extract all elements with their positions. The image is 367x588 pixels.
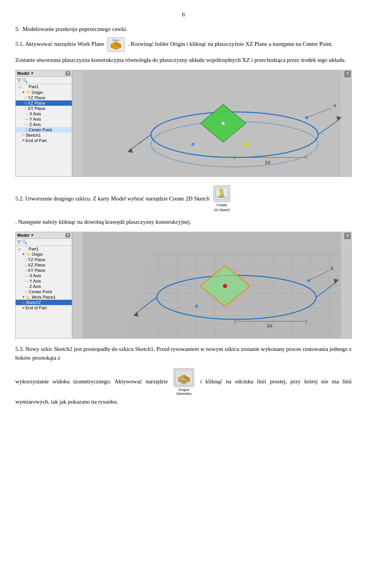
- tree2-dropdown-icon: ▼: [31, 233, 34, 237]
- tree2-header: Model ▼ ?: [16, 232, 72, 239]
- tree1-title: Model: [17, 71, 29, 76]
- svg-point-75: [183, 380, 185, 382]
- tree2-yz-plane[interactable]: □ YZ Plane: [16, 257, 72, 262]
- section-53-num: 5.3.: [15, 346, 25, 352]
- filter-icon-2: ▽: [17, 239, 21, 245]
- tree2-help-icon: ?: [65, 233, 70, 237]
- svg-point-15: [222, 122, 225, 125]
- tree2-x-axis[interactable]: — X Axis: [16, 273, 72, 278]
- section-51-text2: . Rozwinąć folder Origin i kliknąć na pł…: [128, 41, 333, 47]
- tree2-part1[interactable]: ▷ 📄 Part1: [16, 246, 72, 252]
- section-52-para: . Następnie należy kliknąć na dowolną kr…: [15, 218, 352, 226]
- tree2-center-point[interactable]: ◇ Center Point: [16, 289, 72, 294]
- section-51-intro: Aktywować narzędzie Work Plane: [25, 41, 104, 47]
- filter-icon: ▽: [17, 78, 21, 83]
- tree-z-axis[interactable]: — Z Axis: [16, 122, 72, 127]
- tree-xy-plane[interactable]: □ XY Plane: [16, 106, 72, 111]
- tree-xz-plane[interactable]: □ XZ Plane: [16, 100, 72, 106]
- section-52-text: Utworzenie drugiego szkicu.: [25, 195, 91, 202]
- tree-x-axis[interactable]: — X Axis: [16, 111, 72, 116]
- svg-text:4: 4: [333, 103, 336, 108]
- section-5-title: 5. Modelowanie przekroju poprzecznego ce…: [15, 25, 352, 34]
- create-2d-sketch-icon: [213, 185, 230, 202]
- section-52-title: 5.2. Utworzenie drugiego szkicu. Z karty…: [15, 184, 352, 215]
- section-53-text1: Nowy szkic Sketch2 jest prostopadły do s…: [15, 346, 352, 361]
- tree1-help-icon: ?: [65, 71, 70, 76]
- tree-end-of-part-1[interactable]: ✕ End of Part: [16, 138, 72, 143]
- create-2d-sketch-icon-block: Create2D Sketch: [213, 185, 230, 213]
- section-51-para: 5.1. Aktywować narzędzie Work Plane Plan…: [15, 37, 352, 52]
- section-53-para2: wykorzystanie widoku izometrycznego. Akt…: [15, 367, 352, 407]
- model-tree-1: Model ▼ ? ▽ 🔍 ▷ 📄 Part1 ▼ 📁 Origin □ YZ …: [16, 70, 72, 176]
- project-geometry-label: ProjectGeometry: [177, 388, 192, 396]
- svg-text:Plane: Plane: [112, 39, 119, 42]
- search-icon-2: 🔍: [22, 239, 28, 245]
- tree2-sketch2[interactable]: ✏ Sketch2: [16, 300, 72, 305]
- svg-text:34: 34: [267, 323, 272, 329]
- tree2-end-of-part[interactable]: ✕ End of Part: [16, 305, 72, 310]
- tree2-z-axis[interactable]: — Z Axis: [16, 284, 72, 289]
- tree2-xy-plane[interactable]: □ XY Plane: [16, 268, 72, 273]
- svg-point-62: [195, 305, 198, 308]
- viewport-2: ?: [72, 232, 351, 338]
- section-53-para: 5.3. Nowy szkic Sketch2 jest prostopadły…: [15, 345, 352, 363]
- work-plane-icon: Plane: [107, 37, 125, 52]
- svg-text:4: 4: [331, 265, 333, 271]
- viewport-1: ? 4: [72, 70, 351, 176]
- screenshot-2: Model ▼ ? ▽ 🔍 ▷ 📄 Part1 ▼ 📁 Origin □ YZ …: [15, 232, 352, 339]
- svg-point-17: [191, 142, 194, 145]
- section-5-text: Modelowanie przekroju poprzecznego cewki…: [23, 26, 127, 32]
- tree2-xz-plane[interactable]: □ XZ Plane: [16, 262, 72, 268]
- section-51-num: 5.1.: [15, 41, 25, 47]
- page-number: 6: [15, 11, 352, 18]
- tree2-workplane1[interactable]: ▼ 📐 Work Plane1: [16, 294, 72, 300]
- section-5-number: 5.: [15, 26, 19, 32]
- section-51-text3: Zostanie utworzona płaszczyzna konstrukc…: [15, 57, 346, 63]
- section-51-para2: Zostanie utworzona płaszczyzna konstrukc…: [15, 56, 352, 65]
- tree1-header: Model ▼ ?: [16, 70, 72, 77]
- svg-point-16: [244, 142, 248, 146]
- tree-center-point[interactable]: ◇ Center Point: [16, 127, 72, 132]
- svg-point-61: [223, 284, 227, 288]
- section-52-num: 5.2.: [15, 195, 25, 202]
- tree-part1[interactable]: ▷ 📄 Part1: [16, 84, 72, 90]
- tree-y-axis[interactable]: — Y Axis: [16, 116, 72, 122]
- create-2d-sketch-label: Create2D Sketch: [214, 203, 230, 213]
- tree2-toolbar: ▽ 🔍: [16, 239, 72, 246]
- section-52-text1: Z karty Model wybrać narzędzie Create 2D…: [93, 195, 209, 202]
- tree1-dropdown-icon: ▼: [31, 71, 34, 75]
- tree2-title: Model: [17, 233, 29, 237]
- tree1-toolbar: ▽ 🔍: [16, 77, 72, 84]
- tree-yz-plane[interactable]: □ YZ Plane: [16, 95, 72, 100]
- svg-text:34: 34: [265, 160, 270, 165]
- tree-origin[interactable]: ▼ 📁 Origin: [16, 90, 72, 95]
- model-tree-2: Model ▼ ? ▽ 🔍 ▷ 📄 Part1 ▼ 📁 Origin □ YZ …: [16, 232, 72, 338]
- project-geometry-icon-block: ProjectGeometry: [174, 368, 194, 396]
- tree2-origin[interactable]: ▼ 📁 Origin: [16, 252, 72, 257]
- search-icon: 🔍: [22, 78, 28, 83]
- section-52-text2: . Następnie należy kliknąć na dowolną kr…: [15, 219, 191, 225]
- tree2-y-axis[interactable]: — Y Axis: [16, 278, 72, 284]
- tree-sketch1[interactable]: ✏ Sketch1: [16, 132, 72, 138]
- project-geometry-icon: [174, 368, 194, 387]
- section-53-text-utilization: wykorzystanie widoku izometrycznego. Akt…: [15, 378, 168, 384]
- screenshot-1: Model ▼ ? ▽ 🔍 ▷ 📄 Part1 ▼ 📁 Origin □ YZ …: [15, 70, 352, 177]
